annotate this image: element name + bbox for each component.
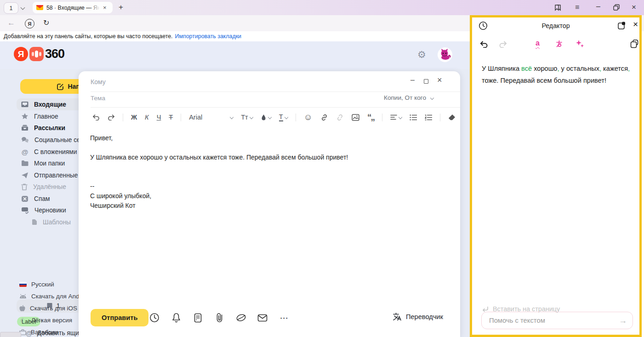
service-header: Я 360 Почта Диск Документы 17 Календарь … [0,41,470,69]
inbox-icon [21,101,28,108]
avatar[interactable] [438,47,452,62]
font-select[interactable]: Arial [189,114,233,121]
menu-icon[interactable]: ≡ [575,3,579,11]
tab-close-icon[interactable]: × [103,4,107,11]
newsletters-icon [21,124,28,131]
translator-icon [392,312,401,321]
align-select[interactable] [390,114,402,120]
trash-icon [21,183,28,190]
editor-undo-icon[interactable] [479,40,488,48]
chevron-down-icon [230,115,234,119]
submit-arrow-icon[interactable]: → [619,316,627,326]
360-mark-icon [29,47,44,61]
insert-image-icon[interactable] [352,114,359,121]
suggested-line-1: У Шляпника всё хорошо, у остальных, каже… [482,63,639,74]
divider [91,91,460,92]
link-icon[interactable] [320,114,328,121]
android-icon [19,294,27,299]
active-tab[interactable]: 58 · Входящие — Яндек × [33,2,113,13]
text-color-select[interactable]: Т [279,114,288,121]
star-icon [21,113,28,120]
suggested-line-2: тоже. Передавай всем большой привет! [482,74,639,86]
suggested-text[interactable]: У Шляпника всё хорошо, у остальных, каже… [482,63,639,86]
restore-window-icon[interactable] [613,4,620,11]
copy-icon[interactable] [630,40,639,48]
undo-icon[interactable] [92,114,100,120]
translate-kana-icon[interactable] [555,40,563,48]
bold-button[interactable]: Ж [131,114,137,121]
notify-icon[interactable] [171,312,182,323]
note-icon[interactable] [192,312,203,323]
refresh-icon[interactable]: ↻ [43,18,49,27]
panel-close-icon[interactable]: × [633,19,638,29]
compose-minimize-icon[interactable]: – [410,76,415,84]
subject-field[interactable]: Тема [91,95,105,102]
tab-counter[interactable]: 1 [4,2,18,14]
compose-window: Кому – × Тема Копии, От кого Ж К Ч Т Ari… [79,71,460,337]
tab-list-chevron-icon[interactable] [21,6,24,9]
quote-icon[interactable]: “„ [367,115,374,120]
tab-strip: 1 58 · Входящие — Яндек × + ≡ – × [0,0,644,15]
open-in-window-icon[interactable] [617,21,626,30]
drafts-icon [21,207,29,214]
spam-icon [21,195,28,202]
apple-icon [19,305,25,312]
numbered-list-icon[interactable] [425,114,432,120]
to-field[interactable]: Кому [91,78,106,86]
strikethrough-button[interactable]: Т [169,114,173,121]
send-button[interactable]: Отправить [91,309,148,326]
font-size-select[interactable]: Tт [241,114,253,121]
new-tab-button[interactable]: + [119,3,123,12]
import-bookmarks-link[interactable]: Импортировать закладки [175,33,241,40]
yandex-logo-icon: Я [14,47,28,61]
side-panel-icon[interactable] [554,4,562,11]
prompt-input-box[interactable]: → [481,312,633,329]
compose-close-icon[interactable]: × [437,75,442,85]
compose-pencil-icon [57,83,64,90]
sent-icon [21,172,28,179]
back-icon[interactable]: ← [7,18,15,28]
schedule-send-icon[interactable] [149,312,160,323]
mail-favicon-icon [36,5,43,11]
insert-arrow-icon [482,306,489,312]
prompt-input[interactable] [488,316,614,325]
cut-off-tooltip [0,332,21,337]
yandex360-logo[interactable]: Я 360 [14,47,64,61]
moon-icon: ☾ [19,317,27,324]
message-body[interactable]: Привет, У Шляпника все хорошо у остальны… [90,133,444,211]
spellcheck-icon[interactable]: a [536,39,540,47]
editor-panel: Редактор × a У Шляпника всё хорошо, у ос… [470,15,642,337]
italic-button[interactable]: К [145,114,149,121]
unlink-icon[interactable] [336,114,344,121]
russian-flag-icon [19,282,27,287]
divider [91,107,460,108]
editor-redo-icon[interactable] [499,40,507,48]
bookmarks-hint-text: Добавляйте на эту панель сайты, которые … [4,33,173,40]
bullet-list-icon[interactable] [410,114,417,120]
stamp-pen-icon[interactable] [235,312,246,323]
settings-gear-icon[interactable]: ⚙ [417,49,426,60]
translator-button[interactable]: Переводчик [392,312,443,321]
chevron-down-icon [430,96,434,99]
cc-from-toggle[interactable]: Копии, От кого [384,94,433,101]
tab-title: 58 · Входящие — Яндек [46,5,100,11]
attach-file-icon[interactable] [214,312,225,323]
emoji-icon[interactable]: ☺ [304,112,313,122]
format-toolbar: Ж К Ч Т Arial Tт Т ☺ “„ [92,111,456,124]
envelope-icon[interactable] [257,312,268,323]
folder-icon [21,160,28,166]
template-icon [32,219,37,225]
attachment-icon: @ [21,148,28,156]
social-icon [21,137,29,143]
underline-button[interactable]: Ч [157,114,161,121]
highlight-color-select[interactable] [261,114,271,121]
yandex-browser-icon[interactable]: Я [25,19,34,29]
close-window-icon[interactable]: × [632,3,636,12]
eraser-icon[interactable] [448,114,456,120]
compose-actions: ⋯ [149,312,290,323]
compose-expand-icon[interactable] [424,79,428,84]
minimize-window-icon[interactable]: – [596,2,600,11]
improve-sparkles-icon[interactable] [576,39,584,48]
redo-icon[interactable] [108,114,115,120]
more-actions-icon[interactable]: ⋯ [279,312,290,323]
